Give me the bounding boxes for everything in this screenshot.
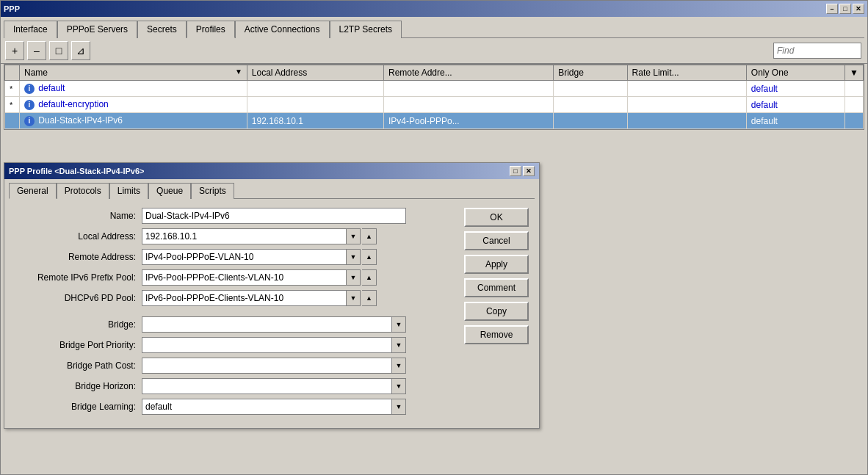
col-name[interactable]: Name ▼ xyxy=(20,65,247,81)
bridge-learning-input[interactable] xyxy=(142,399,391,415)
remote-ipv6-up-btn[interactable]: ▲ xyxy=(362,269,377,286)
local-address-dropdown-btn[interactable]: ▼ xyxy=(346,228,361,244)
row-remote-address xyxy=(383,97,553,113)
row-remote-address xyxy=(383,81,553,97)
filter-button[interactable]: ⊿ xyxy=(71,41,90,60)
tab-secrets[interactable]: Secrets xyxy=(137,21,187,38)
dhcpv6-dropdown-btn[interactable]: ▼ xyxy=(346,290,361,306)
tab-l2tp-secrets[interactable]: L2TP Secrets xyxy=(330,21,402,38)
apply-button[interactable]: Apply xyxy=(464,255,529,274)
remote-address-up-btn[interactable]: ▲ xyxy=(362,249,377,265)
tab-interface[interactable]: Interface xyxy=(4,21,57,38)
row-bridge xyxy=(554,113,627,129)
remote-address-label: Remote Address: xyxy=(13,252,142,262)
row-name[interactable]: i default-encryption xyxy=(20,97,247,113)
remote-address-dropdown: ▼ ▲ xyxy=(142,249,377,265)
window-title: PPP xyxy=(4,4,20,13)
col-only-one[interactable]: Only One xyxy=(746,65,845,81)
bridge-input[interactable] xyxy=(142,316,391,333)
remote-ipv6-input[interactable] xyxy=(142,269,346,286)
dhcpv6-row: DHCPv6 PD Pool: ▼ ▲ xyxy=(13,290,457,306)
bridge-horizon-label: Bridge Horizon: xyxy=(13,381,142,391)
row-rate-limit xyxy=(627,81,746,97)
row-rate-limit xyxy=(627,97,746,113)
dialog-close-button[interactable]: ✕ xyxy=(523,166,535,176)
bridge-horizon-dropdown-btn[interactable]: ▼ xyxy=(391,378,406,394)
table-row[interactable]: * i default default xyxy=(5,81,864,97)
dialog-tab-limits[interactable]: Limits xyxy=(109,183,148,199)
ok-button[interactable]: OK xyxy=(464,208,529,227)
dialog-tab-general[interactable]: General xyxy=(9,183,57,199)
bridge-learning-dropdown-btn[interactable]: ▼ xyxy=(391,399,406,415)
bridge-path-cost-input[interactable] xyxy=(142,358,391,374)
bridge-port-priority-row: Bridge Port Priority: ▼ xyxy=(13,337,457,353)
remove-button[interactable]: Remove xyxy=(464,325,529,344)
row-only-one: default xyxy=(746,113,845,129)
bridge-row: Bridge: ▼ xyxy=(13,316,457,333)
row-only-one: default xyxy=(746,97,845,113)
title-bar-buttons: – □ ✕ xyxy=(826,4,864,14)
remote-address-input[interactable] xyxy=(142,249,346,265)
local-address-up-btn[interactable]: ▲ xyxy=(362,228,377,244)
row-remote-address: IPv4-Pool-PPPo... xyxy=(383,113,553,129)
row-asterisk: * xyxy=(5,81,20,97)
bridge-path-cost-row: Bridge Path Cost: ▼ xyxy=(13,358,457,374)
dialog-minimize-button[interactable]: □ xyxy=(510,166,521,176)
tab-pppoe-servers[interactable]: PPPoE Servers xyxy=(57,21,137,38)
col-bridge[interactable]: Bridge xyxy=(554,65,627,81)
col-dropdown[interactable]: ▼ xyxy=(845,65,864,81)
dialog-tabs: General Protocols Limits Queue Scripts xyxy=(4,179,539,198)
dhcpv6-input[interactable] xyxy=(142,290,346,306)
bridge-dropdown: ▼ xyxy=(142,316,406,333)
col-rate-limit[interactable]: Rate Limit... xyxy=(627,65,746,81)
dialog-tab-scripts[interactable]: Scripts xyxy=(191,183,234,199)
remote-ipv6-dropdown: ▼ ▲ xyxy=(142,269,377,286)
bridge-path-cost-dropdown: ▼ xyxy=(142,358,406,374)
row-name[interactable]: i Dual-Stack-IPv4-IPv6 xyxy=(20,113,247,129)
copy-button[interactable]: Copy xyxy=(464,302,529,321)
row-name[interactable]: i default xyxy=(20,81,247,97)
edit-button[interactable]: □ xyxy=(49,41,68,60)
tab-active-connections[interactable]: Active Connections xyxy=(235,21,330,38)
find-input[interactable] xyxy=(773,43,861,59)
col-asterisk xyxy=(5,65,20,81)
col-local-address[interactable]: Local Address xyxy=(247,65,383,81)
dhcpv6-up-btn[interactable]: ▲ xyxy=(362,290,377,306)
bridge-port-priority-label: Bridge Port Priority: xyxy=(13,340,142,350)
remove-button[interactable]: – xyxy=(27,41,46,60)
remote-address-dropdown-btn[interactable]: ▼ xyxy=(346,249,361,265)
dhcpv6-label: DHCPv6 PD Pool: xyxy=(13,293,142,303)
dialog-tab-protocols[interactable]: Protocols xyxy=(57,183,109,199)
remote-ipv6-dropdown-btn[interactable]: ▼ xyxy=(346,269,361,286)
dialog-tab-queue[interactable]: Queue xyxy=(148,183,191,199)
table-row[interactable]: i Dual-Stack-IPv4-IPv6 192.168.10.1 IPv4… xyxy=(5,113,864,129)
bridge-learning-label: Bridge Learning: xyxy=(13,402,142,412)
tab-profiles[interactable]: Profiles xyxy=(187,21,235,38)
comment-button[interactable]: Comment xyxy=(464,278,529,297)
section-divider xyxy=(13,311,457,316)
dialog-content: Name: Local Address: ▼ ▲ Remote Address: xyxy=(4,199,539,428)
add-button[interactable]: + xyxy=(5,41,24,60)
local-address-dropdown: ▼ ▲ xyxy=(142,228,377,244)
local-address-input[interactable] xyxy=(142,228,346,244)
info-icon: i xyxy=(24,100,35,110)
cancel-button[interactable]: Cancel xyxy=(464,231,529,250)
bridge-port-priority-input[interactable] xyxy=(142,337,391,353)
close-button[interactable]: ✕ xyxy=(853,4,864,14)
row-asterisk: * xyxy=(5,97,20,113)
ppp-profile-dialog: PPP Profile <Dual-Stack-IPv4-IPv6> □ ✕ G… xyxy=(4,162,540,429)
row-local-address xyxy=(247,97,383,113)
row-only-one: default xyxy=(746,81,845,97)
bridge-learning-dropdown: ▼ xyxy=(142,399,406,415)
name-input[interactable] xyxy=(142,208,406,224)
maximize-button[interactable]: □ xyxy=(839,4,851,14)
row-bridge xyxy=(554,97,627,113)
bridge-path-cost-dropdown-btn[interactable]: ▼ xyxy=(391,358,406,374)
bridge-dropdown-btn[interactable]: ▼ xyxy=(391,316,406,333)
col-remote-address[interactable]: Remote Addre... xyxy=(383,65,553,81)
profiles-table: Name ▼ Local Address Remote Addre... Bri… xyxy=(4,65,864,129)
table-row[interactable]: * i default-encryption default xyxy=(5,97,864,113)
minimize-button[interactable]: – xyxy=(826,4,838,14)
bridge-port-priority-dropdown-btn[interactable]: ▼ xyxy=(391,337,406,353)
bridge-horizon-input[interactable] xyxy=(142,378,391,394)
